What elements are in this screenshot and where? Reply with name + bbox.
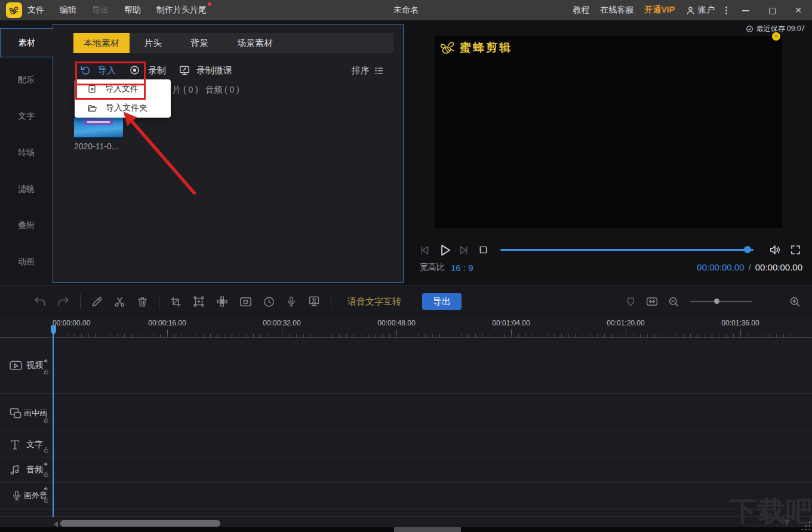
zoom-slider-track[interactable] — [690, 301, 752, 302]
timeline-zoom-slider[interactable] — [690, 293, 752, 310]
sidebar-item-text[interactable]: 文字 — [0, 107, 53, 125]
record-button[interactable]: 录制 — [148, 65, 166, 76]
track-lock-icon[interactable] — [43, 368, 50, 375]
track-pip-header: 画中画 — [0, 394, 53, 432]
stop-icon[interactable] — [478, 244, 489, 256]
pip-track-icon — [8, 406, 23, 420]
duration-clock-icon[interactable] — [263, 296, 275, 308]
fit-timeline-icon[interactable] — [645, 295, 659, 308]
menu-edit[interactable]: 编辑 — [60, 5, 76, 16]
play-icon[interactable] — [437, 242, 453, 258]
track-label: 视频 — [26, 360, 43, 371]
edit-pencil-icon[interactable] — [91, 296, 103, 308]
track-video[interactable]: 视频 — [0, 337, 812, 394]
tutorial-link[interactable]: 教程 — [573, 5, 589, 16]
zoom-out-icon[interactable] — [668, 296, 680, 308]
marker-icon[interactable] — [625, 296, 636, 307]
next-frame-icon[interactable] — [457, 244, 470, 257]
thumbnail-banner — [84, 119, 113, 125]
menu-help[interactable]: 帮助 — [124, 5, 141, 16]
split-scissors-icon[interactable] — [113, 296, 126, 308]
presenter-icon[interactable] — [307, 295, 321, 308]
record-lesson-button[interactable]: 录制微课 — [196, 65, 232, 76]
menu-export: 导出 — [92, 5, 109, 16]
media-thumbnail[interactable] — [74, 118, 123, 140]
track-spare — [0, 509, 812, 517]
redo-icon[interactable] — [57, 295, 70, 308]
seek-handle[interactable] — [744, 246, 751, 253]
minimize-button[interactable] — [738, 5, 753, 15]
scale-frame-icon[interactable] — [192, 295, 205, 308]
zoom-in-icon[interactable] — [789, 296, 801, 308]
hscroll-thumb[interactable] — [60, 520, 220, 527]
ruler-label: 00:01:20.00 — [607, 319, 644, 327]
pip-icon[interactable] — [239, 295, 253, 309]
category-pictures[interactable]: 片 ( 0 ) — [173, 85, 198, 96]
tab-local-material[interactable]: 本地素材 — [73, 33, 130, 53]
close-button[interactable]: ✕ — [791, 5, 806, 15]
bee-brand-icon — [439, 39, 457, 57]
account-button[interactable]: 账户 — [685, 5, 715, 16]
app-logo[interactable] — [6, 2, 22, 18]
tab-background[interactable]: 背景 — [176, 33, 223, 53]
voiceover-mic-icon[interactable] — [285, 296, 297, 307]
seek-bar[interactable] — [500, 249, 753, 251]
vip-button[interactable]: 开通VIP — [644, 5, 675, 16]
track-text-header: 文字 — [0, 432, 53, 457]
check-circle-icon — [746, 25, 753, 33]
track-mute-icon[interactable] — [43, 461, 50, 468]
volume-icon[interactable] — [768, 243, 782, 257]
dropdown-import-folder[interactable]: 导入文件夹 — [75, 99, 171, 118]
sidebar-item-transition[interactable]: 转场 — [0, 144, 53, 162]
track-lock-icon[interactable] — [43, 417, 50, 423]
category-audio[interactable]: 音频 ( 0 ) — [205, 85, 239, 96]
track-audio[interactable]: 音频 — [0, 457, 812, 482]
record-icon — [129, 64, 140, 76]
titlebar: 文件 编辑 导出 帮助 制作片头片尾 未命名 教程 在线客服 开通VIP 账户 … — [0, 0, 812, 20]
delete-trash-icon[interactable] — [136, 296, 149, 308]
track-mute-icon[interactable] — [43, 358, 50, 364]
ruler-label: 00:01:04.00 — [492, 319, 530, 327]
menu-file[interactable]: 文件 — [27, 5, 44, 16]
sidebar-item-overlay[interactable]: 叠附 — [0, 217, 53, 235]
speech-text-convert-button[interactable]: 语音文字互转 — [347, 296, 401, 307]
track-lock-icon[interactable] — [43, 447, 50, 453]
tab-scene-material[interactable]: 场景素材 — [223, 33, 287, 53]
export-button[interactable]: 导出 — [422, 293, 462, 310]
materials-tabstrip: 本地素材 片头 背景 场景素材 — [73, 33, 393, 53]
watermark-close-icon[interactable]: ✕ — [772, 32, 780, 41]
more-menu-icon[interactable] — [725, 7, 727, 14]
track-pip[interactable]: 画中画 — [0, 394, 812, 432]
menubar: 文件 编辑 导出 帮助 制作片头片尾 — [27, 0, 207, 20]
track-text[interactable]: 文字 — [0, 432, 812, 457]
fullscreen-icon[interactable] — [789, 244, 802, 256]
hscroll-left-arrow[interactable] — [54, 521, 58, 527]
tab-intro[interactable]: 片头 — [130, 33, 176, 53]
mosaic-icon[interactable] — [216, 295, 229, 308]
sidebar-item-material[interactable]: 素材 — [0, 28, 53, 57]
support-link[interactable]: 在线客服 — [600, 5, 633, 16]
import-button[interactable]: 导入 — [98, 65, 116, 76]
maximize-button[interactable] — [764, 5, 780, 15]
dropdown-import-file[interactable]: 导入文件 — [75, 79, 171, 99]
track-lock-icon[interactable] — [43, 497, 50, 503]
sort-list-icon[interactable] — [373, 65, 385, 76]
sidebar-item-filter[interactable]: 滤镜 — [0, 180, 53, 198]
zoom-slider-handle[interactable] — [714, 299, 719, 304]
undo-icon[interactable] — [33, 295, 47, 308]
track-voiceover[interactable]: 画外音 — [0, 482, 812, 509]
previous-frame-icon[interactable] — [418, 244, 431, 257]
preview-panel: 最近保存 09:07 蜜蜂剪辑 ✕ — [404, 20, 812, 285]
crop-icon[interactable] — [170, 296, 182, 308]
sidebar-item-music[interactable]: 配乐 — [0, 71, 53, 89]
bottom-strip — [0, 527, 812, 532]
sort-button[interactable]: 排序 — [352, 65, 370, 76]
ruler-label: 00:00:48.00 — [377, 319, 415, 327]
aspect-ratio-value[interactable]: 16 : 9 — [451, 263, 473, 273]
track-mute-icon[interactable] — [43, 485, 50, 492]
timeline: 00:00:00.00 00:00:16.00 00:00:32.00 00:0… — [0, 316, 812, 532]
track-lock-icon[interactable] — [43, 471, 50, 478]
sidebar-item-animation[interactable]: 动画 — [0, 253, 53, 271]
resize-grip[interactable] — [802, 522, 811, 531]
menu-make-intro-outro[interactable]: 制作片头片尾 — [156, 5, 207, 16]
